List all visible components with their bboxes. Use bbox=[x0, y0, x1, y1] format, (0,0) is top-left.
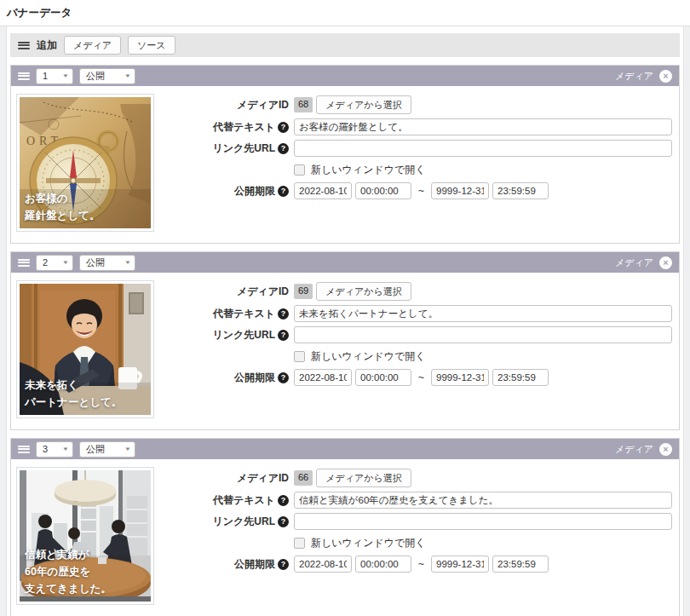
end-date-input[interactable] bbox=[431, 369, 489, 386]
link-url-label: リンク先URL? bbox=[163, 515, 289, 529]
order-select-value: 2 bbox=[43, 257, 48, 268]
media-id-label: メディアID bbox=[163, 98, 289, 112]
banner-item-1: 1 ▼ 公開 ▼ メディア × bbox=[10, 65, 680, 244]
order-select[interactable]: 3 ▼ bbox=[36, 441, 73, 458]
start-time-input[interactable] bbox=[355, 556, 411, 573]
new-window-row: 新しいウィンドウで開く bbox=[163, 348, 672, 365]
chevron-down-icon: ▼ bbox=[62, 446, 69, 452]
order-select[interactable]: 1 ▼ bbox=[36, 68, 73, 84]
period-separator: ~ bbox=[418, 185, 424, 197]
chevron-down-icon: ▼ bbox=[62, 260, 69, 265]
end-time-input[interactable] bbox=[492, 556, 549, 573]
status-select[interactable]: 公開 ▼ bbox=[79, 68, 135, 84]
period-row: 公開期限? ~ bbox=[163, 556, 672, 573]
link-url-row: リンク先URL? bbox=[163, 140, 672, 157]
help-icon: ? bbox=[278, 143, 289, 154]
alt-text-input[interactable] bbox=[294, 118, 672, 135]
add-source-button[interactable]: ソース bbox=[128, 36, 175, 55]
help-icon: ? bbox=[278, 330, 289, 341]
banner-thumbnail: 未来を拓く パートナーとして。 bbox=[16, 280, 154, 418]
add-media-button[interactable]: メディア bbox=[64, 36, 121, 55]
new-window-row: 新しいウィンドウで開く bbox=[163, 534, 672, 551]
start-date-input[interactable] bbox=[294, 556, 352, 573]
new-window-label: 新しいウィンドウで開く bbox=[311, 349, 426, 364]
drag-handle-icon[interactable] bbox=[18, 72, 30, 80]
close-icon[interactable]: × bbox=[659, 70, 672, 83]
alt-text-input[interactable] bbox=[294, 305, 672, 322]
period-separator: ~ bbox=[418, 371, 424, 383]
period-row: 公開期限? ~ bbox=[163, 182, 672, 199]
media-id-row: メディアID 69 メディアから選択 bbox=[163, 282, 672, 301]
link-url-label: リンク先URL? bbox=[163, 328, 289, 343]
new-window-checkbox[interactable] bbox=[294, 538, 305, 549]
banner-thumbnail: ORT bbox=[16, 94, 154, 232]
period-row: 公開期限? ~ bbox=[163, 369, 672, 386]
status-select-value: 公開 bbox=[86, 443, 105, 456]
banner-header: 3 ▼ 公開 ▼ メディア × bbox=[11, 439, 679, 459]
close-icon[interactable]: × bbox=[659, 256, 672, 269]
link-url-input[interactable] bbox=[294, 513, 672, 530]
banner-header: 1 ▼ 公開 ▼ メディア × bbox=[11, 66, 679, 86]
banner-image-caption: 未来を拓く パートナーとして。 bbox=[25, 377, 122, 411]
banner-form: メディアID 68 メディアから選択 代替テキスト? リンク先URL? bbox=[163, 94, 672, 232]
status-select-value: 公開 bbox=[86, 70, 105, 83]
end-time-input[interactable] bbox=[492, 369, 549, 386]
media-id-badge: 66 bbox=[294, 470, 313, 485]
banner-header: 2 ▼ 公開 ▼ メディア × bbox=[11, 252, 679, 273]
alt-text-label: 代替テキスト? bbox=[163, 493, 289, 508]
drag-handle-icon[interactable] bbox=[18, 259, 30, 267]
banner-form: メディアID 69 メディアから選択 代替テキスト? リンク先URL? bbox=[163, 280, 672, 418]
status-select[interactable]: 公開 ▼ bbox=[79, 441, 135, 458]
status-select-value: 公開 bbox=[86, 256, 105, 269]
start-time-input[interactable] bbox=[355, 369, 411, 386]
banner-body: 信頼と実績が 60年の歴史を 支えてきました。 メディアID 66 メディアから… bbox=[11, 459, 679, 616]
select-from-media-button[interactable]: メディアから選択 bbox=[316, 282, 411, 301]
chevron-down-icon: ▼ bbox=[124, 260, 131, 265]
help-icon: ? bbox=[278, 186, 289, 197]
chevron-down-icon: ▼ bbox=[62, 73, 69, 78]
media-id-row: メディアID 66 メディアから選択 bbox=[163, 469, 672, 487]
start-date-input[interactable] bbox=[294, 369, 352, 386]
status-select[interactable]: 公開 ▼ bbox=[79, 255, 135, 271]
select-from-media-button[interactable]: メディアから選択 bbox=[316, 469, 411, 487]
page-title: バナーデータ bbox=[7, 7, 72, 19]
banner-body: 未来を拓く パートナーとして。 メディアID 69 メディアから選択 代替テキス… bbox=[11, 273, 679, 429]
period-label: 公開期限? bbox=[163, 557, 289, 572]
end-time-input[interactable] bbox=[492, 182, 549, 199]
alt-text-label: 代替テキスト? bbox=[163, 120, 289, 135]
new-window-checkbox[interactable] bbox=[294, 164, 305, 176]
page-title-bar: バナーデータ bbox=[0, 0, 690, 26]
help-icon: ? bbox=[278, 308, 289, 320]
new-window-checkbox[interactable] bbox=[294, 351, 305, 362]
banner-type-label: メディア bbox=[615, 443, 653, 456]
start-time-input[interactable] bbox=[355, 182, 411, 199]
end-date-input[interactable] bbox=[431, 182, 489, 199]
alt-text-row: 代替テキスト? bbox=[163, 492, 672, 509]
close-icon[interactable]: × bbox=[659, 443, 672, 456]
banner-image-caption: 信頼と実績が 60年の歴史を 支えてきました。 bbox=[25, 546, 112, 597]
link-url-label: リンク先URL? bbox=[163, 141, 289, 156]
media-id-row: メディアID 68 メディアから選択 bbox=[163, 95, 672, 114]
drag-handle-icon[interactable] bbox=[18, 42, 30, 49]
add-toolbar: 追加 メディア ソース bbox=[10, 33, 680, 57]
alt-text-row: 代替テキスト? bbox=[163, 118, 672, 135]
period-separator: ~ bbox=[418, 558, 424, 570]
add-label: 追加 bbox=[37, 38, 57, 53]
end-date-input[interactable] bbox=[431, 556, 489, 573]
help-icon: ? bbox=[278, 559, 289, 570]
banner-image-caption: お客様の 羅針盤として。 bbox=[25, 190, 100, 224]
banner-thumbnail: 信頼と実績が 60年の歴史を 支えてきました。 bbox=[16, 467, 154, 605]
banner-item-2: 2 ▼ 公開 ▼ メディア × bbox=[10, 251, 680, 430]
drag-handle-icon[interactable] bbox=[18, 446, 30, 453]
select-from-media-button[interactable]: メディアから選択 bbox=[316, 95, 411, 114]
help-icon: ? bbox=[278, 122, 289, 133]
alt-text-input[interactable] bbox=[294, 492, 672, 509]
media-id-label: メディアID bbox=[163, 285, 289, 299]
chevron-down-icon: ▼ bbox=[124, 446, 131, 452]
order-select[interactable]: 2 ▼ bbox=[36, 255, 73, 271]
link-url-input[interactable] bbox=[294, 140, 672, 157]
start-date-input[interactable] bbox=[294, 182, 352, 199]
link-url-input[interactable] bbox=[294, 326, 672, 343]
banner-data-panel: 追加 メディア ソース 1 ▼ 公開 ▼ メディア × bbox=[6, 26, 684, 616]
banner-form: メディアID 66 メディアから選択 代替テキスト? リンク先URL? bbox=[163, 467, 672, 605]
